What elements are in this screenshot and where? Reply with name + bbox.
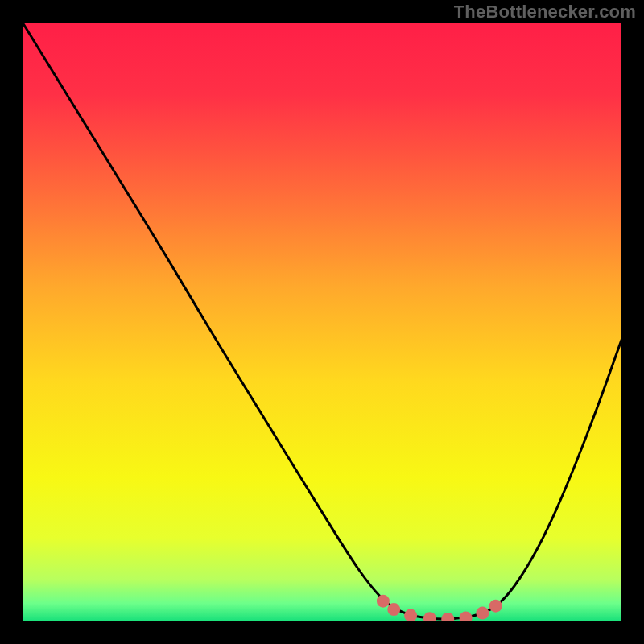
chart-svg	[23, 23, 621, 621]
marker-point	[377, 595, 390, 608]
marker-point	[404, 609, 417, 621]
chart-container: TheBottlenecker.com	[0, 0, 644, 644]
plot-area	[23, 23, 621, 621]
marker-point	[387, 603, 400, 616]
gradient-background	[23, 23, 621, 621]
watermark-text: TheBottlenecker.com	[454, 2, 636, 23]
marker-point	[489, 600, 502, 613]
marker-point	[476, 607, 489, 620]
